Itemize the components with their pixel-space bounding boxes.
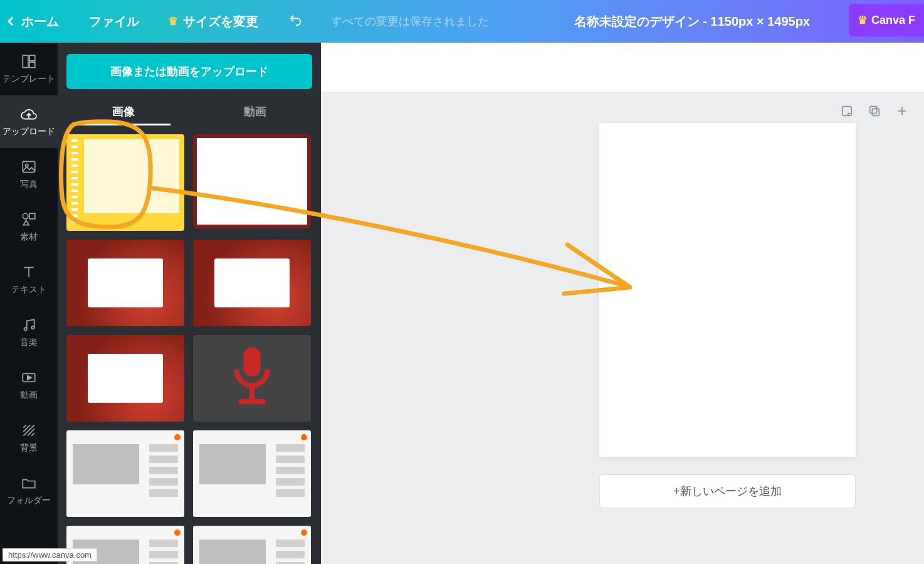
context-toolbar bbox=[321, 43, 924, 92]
upload-thumb[interactable] bbox=[66, 335, 184, 422]
svg-point-7 bbox=[24, 327, 26, 330]
upload-thumb[interactable] bbox=[193, 134, 311, 228]
upload-icon bbox=[21, 106, 37, 122]
upload-thumb[interactable] bbox=[193, 430, 311, 517]
file-menu[interactable]: ファイル bbox=[89, 13, 139, 30]
svg-rect-13 bbox=[843, 107, 852, 116]
tab-video[interactable]: 動画 bbox=[189, 98, 321, 125]
rail-label: 動画 bbox=[20, 390, 38, 401]
uploads-grid bbox=[58, 125, 321, 564]
rail-label: フォルダー bbox=[7, 495, 51, 506]
svg-rect-1 bbox=[29, 55, 35, 61]
upload-thumb[interactable] bbox=[193, 335, 311, 422]
design-page[interactable] bbox=[599, 123, 856, 457]
upload-thumb[interactable] bbox=[66, 430, 184, 517]
svg-rect-15 bbox=[870, 107, 877, 114]
rail-video[interactable]: 動画 bbox=[0, 359, 58, 412]
microphone-icon bbox=[224, 344, 280, 413]
music-icon bbox=[21, 317, 37, 333]
editor-canvas-area: +新しいページを追加 bbox=[321, 43, 924, 564]
templates-icon bbox=[21, 53, 37, 70]
rail-label: アップロード bbox=[3, 126, 55, 137]
upload-panel: 画像または動画をアップロード 画像 動画 bbox=[58, 43, 321, 564]
add-new-page-button[interactable]: +新しいページを追加 bbox=[599, 474, 856, 508]
upload-thumb[interactable] bbox=[66, 240, 184, 326]
upload-thumb[interactable] bbox=[193, 240, 311, 326]
page-tools bbox=[839, 103, 910, 119]
background-icon bbox=[21, 422, 37, 439]
rail-label: 音楽 bbox=[20, 337, 38, 348]
rail-folder[interactable]: フォルダー bbox=[0, 464, 58, 517]
top-toolbar: ホーム ファイル ♛ サイズを変更 すべての変更は保存されました 名称未設定のデ… bbox=[0, 0, 924, 43]
upload-thumb[interactable] bbox=[66, 134, 184, 231]
chevron-left-icon bbox=[8, 17, 16, 26]
svg-point-5 bbox=[23, 213, 28, 219]
svg-rect-0 bbox=[23, 55, 28, 68]
rail-text[interactable]: テキスト bbox=[0, 253, 58, 306]
home-button[interactable]: ホーム bbox=[9, 13, 59, 30]
rail-photo[interactable]: 写真 bbox=[0, 148, 58, 201]
video-icon bbox=[21, 370, 37, 386]
resize-button[interactable]: ♛ サイズを変更 bbox=[168, 13, 258, 30]
design-title[interactable]: 名称未設定のデザイン - 1150px × 1495px bbox=[574, 0, 810, 43]
canva-pro-button[interactable]: ♛ Canva F bbox=[849, 4, 924, 36]
add-page-button[interactable] bbox=[894, 103, 910, 119]
svg-point-8 bbox=[31, 326, 34, 329]
rail-label: テンプレート bbox=[3, 73, 55, 85]
svg-rect-12 bbox=[238, 399, 266, 404]
folder-icon bbox=[21, 475, 37, 491]
rail-label: 素材 bbox=[20, 231, 38, 243]
tab-image[interactable]: 画像 bbox=[58, 98, 189, 125]
rail-background[interactable]: 背景 bbox=[0, 412, 58, 464]
photo-icon bbox=[21, 159, 37, 175]
status-bar-url: https://www.canva.com bbox=[3, 548, 97, 561]
rail-upload[interactable]: アップロード bbox=[0, 95, 58, 148]
save-status: すべての変更は保存されました bbox=[331, 14, 489, 29]
crown-icon: ♛ bbox=[858, 13, 868, 27]
rail-templates[interactable]: テンプレート bbox=[0, 43, 58, 95]
svg-rect-2 bbox=[29, 62, 35, 68]
rail-label: 写真 bbox=[20, 179, 38, 190]
svg-rect-3 bbox=[23, 161, 35, 172]
resize-label: サイズを変更 bbox=[183, 13, 258, 30]
duplicate-page-button[interactable] bbox=[866, 103, 883, 119]
svg-rect-14 bbox=[872, 109, 879, 115]
rail-label: テキスト bbox=[11, 284, 46, 295]
svg-rect-10 bbox=[243, 348, 261, 377]
rail-elements[interactable]: 素材 bbox=[0, 201, 58, 253]
notes-button[interactable] bbox=[839, 103, 855, 119]
undo-icon bbox=[288, 13, 302, 27]
rail-music[interactable]: 音楽 bbox=[0, 306, 58, 359]
upload-thumb[interactable] bbox=[193, 526, 311, 564]
text-icon bbox=[21, 264, 37, 280]
rail-label: 背景 bbox=[20, 442, 38, 454]
svg-rect-11 bbox=[249, 385, 255, 399]
file-label: ファイル bbox=[89, 14, 139, 28]
upload-media-button[interactable]: 画像または動画をアップロード bbox=[66, 54, 312, 89]
pro-label: Canva F bbox=[871, 14, 915, 27]
svg-rect-6 bbox=[29, 213, 35, 219]
object-rail: テンプレート アップロード 写真 素材 テキスト 音楽 動画 背景 bbox=[0, 43, 58, 564]
undo-button[interactable] bbox=[288, 13, 302, 29]
elements-icon bbox=[21, 211, 37, 228]
crown-icon: ♛ bbox=[168, 14, 178, 28]
home-label: ホーム bbox=[21, 13, 59, 30]
upload-tabs: 画像 動画 bbox=[58, 98, 321, 125]
